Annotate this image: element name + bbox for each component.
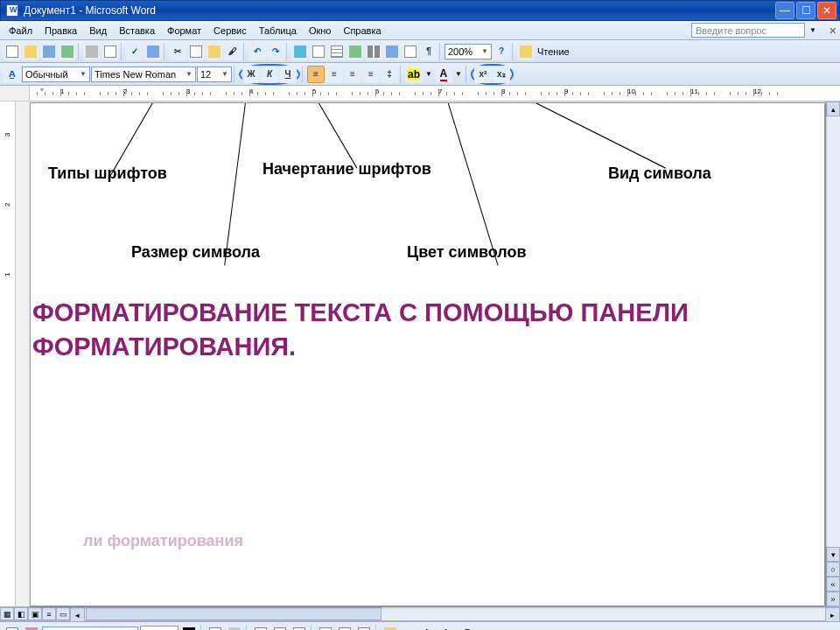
sub-label: x₂ [497,69,506,79]
scroll-up-button[interactable]: ▴ [826,102,840,116]
read-icon[interactable] [517,43,535,60]
maximize-button[interactable]: ☐ [796,2,816,19]
paste-button[interactable] [206,43,223,60]
styles-pane-button[interactable]: A̲ [4,66,21,83]
outline-view-button[interactable]: ≡ [42,607,56,620]
tables-borders-button[interactable] [310,43,327,60]
reading-view-button[interactable]: ▭ [56,607,70,620]
document-page[interactable]: Типы шрифтов Начертание шрифтов Вид симв… [30,102,825,606]
browse-select-button[interactable]: ○ [826,562,840,577]
justify-button[interactable]: ≡ [362,66,380,83]
permission-button[interactable] [59,43,76,60]
save-button[interactable] [40,43,58,60]
font-size-combo[interactable]: 12▼ [197,66,232,82]
bold-button[interactable]: Ж [242,66,260,83]
research-button[interactable] [144,43,162,60]
spellcheck-button[interactable]: ✓ [126,43,144,60]
insert-table2-button[interactable] [252,625,270,631]
sort-asc-button[interactable]: A↓ [420,625,438,631]
insert-table-button[interactable] [328,43,346,60]
line-weight-combo[interactable]: 0,5▼ [140,626,178,631]
border-color-button[interactable] [180,625,198,631]
hyperlink-button[interactable] [291,43,309,60]
ask-question-box[interactable]: Введите вопрос [691,23,805,38]
help-button[interactable]: ? [493,43,510,60]
cut-button[interactable]: ✂ [169,43,186,60]
font-color-button[interactable]: А [435,66,452,83]
vertical-scrollbar[interactable]: ▴ ▾ ○ « » [825,102,840,606]
subscript-button[interactable]: x₂ [493,66,510,83]
hscroll-track[interactable] [85,607,825,620]
open-button[interactable] [22,43,39,60]
line-spacing-button[interactable]: ‡ [381,66,398,83]
scroll-track[interactable] [826,116,840,547]
underline-button[interactable]: Ч [279,66,297,83]
print-button[interactable] [83,43,101,60]
close-document-button[interactable]: × [830,24,836,38]
redo-button[interactable]: ↷ [267,43,284,60]
distribute-cols-button[interactable] [355,625,373,631]
web-view-button[interactable]: ◧ [14,607,28,620]
hscroll-thumb[interactable] [86,607,382,620]
zoom-combo[interactable]: 200%▼ [444,44,492,60]
print-preview-button[interactable] [102,43,119,60]
borders-button[interactable] [206,625,224,631]
style-combo[interactable]: Обычный▼ [22,66,90,82]
align-right-button[interactable]: ≡ [344,66,361,83]
copy-button[interactable] [187,43,205,60]
shading-button[interactable] [226,625,243,631]
ruler-number: 12 [753,88,761,95]
font-combo[interactable]: Times New Roman▼ [91,66,196,82]
menu-edit[interactable]: Правка [39,24,82,38]
scroll-left-button[interactable]: ◂ [70,607,85,622]
align-cell-button[interactable] [317,625,334,631]
undo-button[interactable]: ↶ [248,43,266,60]
scroll-down-button[interactable]: ▾ [826,547,840,562]
superscript-button[interactable]: x² [474,66,492,83]
help-dropdown-icon[interactable]: ▼ [807,26,819,34]
show-marks-button[interactable]: ¶ [420,43,438,60]
menu-window[interactable]: Окно [304,24,337,38]
distribute-rows-button[interactable] [336,625,354,631]
chevron-down-icon[interactable]: ▼ [424,70,434,78]
excel-button[interactable] [346,43,364,60]
menu-table[interactable]: Таблица [254,24,302,38]
highlight-button[interactable]: ab [405,66,423,83]
normal-view-button[interactable]: ▦ [0,607,14,620]
vertical-ruler[interactable]: 3 2 1 [0,102,16,606]
prev-page-button[interactable]: « [826,577,840,592]
menu-insert[interactable]: Вставка [114,24,160,38]
align-center-button[interactable]: ≡ [326,66,343,83]
menu-format[interactable]: Формат [162,24,206,38]
next-page-button[interactable]: » [826,592,840,606]
menu-file[interactable]: Файл [4,24,38,38]
drawing-toolbar-button[interactable] [383,43,401,60]
format-painter-button[interactable]: 🖌 [224,43,242,60]
merge-cells-button[interactable] [271,625,289,631]
draw-table-button[interactable] [4,625,21,631]
split-cells-button[interactable] [290,625,308,631]
menu-help[interactable]: Справка [338,24,386,38]
minimize-button[interactable]: — [775,2,794,19]
columns-button[interactable] [365,43,382,60]
menu-view[interactable]: Вид [84,24,112,38]
text-direction-button[interactable]: ↕ [401,625,418,631]
autosum-button[interactable]: Σ [458,625,476,631]
chevron-down-icon[interactable]: ▼ [453,70,464,78]
scroll-right-button[interactable]: ▸ [825,607,840,622]
horizontal-ruler[interactable]: ▾ 123456789101112 [30,86,840,101]
label-font-types: Типы шрифтов [48,164,167,183]
eraser-button[interactable] [23,625,40,631]
align-left-button[interactable]: ≡ [307,66,325,83]
italic-button[interactable]: К [261,66,278,83]
doc-map-button[interactable] [402,43,419,60]
print-layout-button[interactable]: ▣ [28,607,42,620]
close-button[interactable]: ✕ [817,2,836,19]
read-label[interactable]: Чтение [536,46,571,57]
sort-desc-button[interactable]: A↑ [439,625,457,631]
autoformat-button[interactable] [382,625,399,631]
new-doc-button[interactable] [4,43,21,60]
menu-tools[interactable]: Сервис [208,24,252,38]
separator-icon [121,43,124,60]
line-style-combo[interactable]: ▼ [42,626,138,631]
